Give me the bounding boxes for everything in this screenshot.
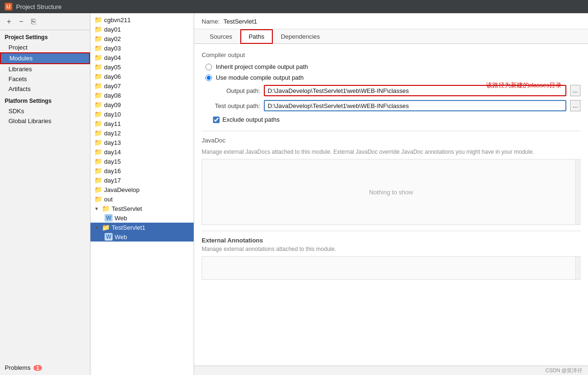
exclude-row: Exclude output paths [213, 116, 580, 123]
tree-item-day05[interactable]: 📁day05 [90, 62, 194, 72]
folder-icon: 📁 [94, 101, 102, 108]
tree-item-day01[interactable]: 📁day01 [90, 25, 194, 34]
window-title: Project Structure [16, 3, 62, 10]
remove-button[interactable]: − [16, 17, 26, 27]
app-icon: IJ [5, 3, 12, 10]
tree-item-testservlet[interactable]: ▼📁TestServlet [90, 204, 194, 213]
add-button[interactable]: + [4, 17, 14, 27]
output-path-browse-btn[interactable]: … [570, 85, 580, 96]
sidebar: + − ⎘ Project Settings Project Modules L… [0, 13, 90, 375]
sidebar-item-global-libraries[interactable]: Global Libraries [0, 116, 90, 126]
folder-icon: 📁 [102, 224, 110, 231]
platform-settings-label: Platform Settings [0, 94, 90, 106]
folder-icon: 📁 [94, 176, 102, 184]
sidebar-item-project[interactable]: Project [0, 42, 90, 52]
web-icon: W [105, 214, 113, 222]
expand-arrow: ▼ [94, 206, 100, 211]
sidebar-item-libraries[interactable]: Libraries [0, 64, 90, 74]
compiler-output-title: Compiler output [202, 51, 580, 58]
compiler-output-section: Compiler output Inherit project compile … [202, 51, 580, 123]
tree-item-day15[interactable]: 📁day15 [90, 157, 194, 166]
tree-item-testservlet1-web[interactable]: WWeb [90, 232, 194, 242]
javadoc-empty-text: Nothing to show [369, 189, 413, 196]
tree-item-day14[interactable]: 📁day14 [90, 147, 194, 157]
tree-item-day04[interactable]: 📁day04 [90, 53, 194, 62]
content-area: Compiler output Inherit project compile … [194, 44, 588, 366]
folder-icon: 📁 [94, 186, 102, 193]
tree-item-testservlet1[interactable]: ▼📁TestServlet1 [90, 223, 194, 232]
tree-item-day09[interactable]: 📁day09 [90, 100, 194, 109]
tabs-bar: Sources Paths Dependencies [194, 29, 588, 44]
folder-icon: 📁 [94, 158, 102, 165]
folder-icon: 📁 [94, 195, 102, 203]
annotations-scrollbar[interactable] [575, 257, 580, 279]
tab-dependencies[interactable]: Dependencies [273, 30, 328, 43]
folder-icon: 📁 [94, 35, 102, 42]
name-label: Name: [202, 18, 220, 25]
exclude-label: Exclude output paths [222, 116, 279, 123]
folder-icon: 📁 [94, 16, 102, 24]
use-module-option-row: Use module compile output path [205, 74, 580, 81]
problems-section[interactable]: Problems 1 [0, 360, 90, 375]
folder-icon: 📁 [94, 44, 102, 52]
sidebar-toolbar: + − ⎘ [0, 13, 90, 30]
radio-group: Inherit project compile output path Use … [205, 63, 580, 81]
main-content: Name: TestServlet1 Sources Paths Depende… [194, 13, 588, 375]
output-path-label: Output path: [213, 87, 260, 94]
tree-item-day10[interactable]: 📁day10 [90, 109, 194, 119]
sidebar-item-modules[interactable]: Modules [0, 52, 90, 64]
test-output-path-row: Test output path: … [213, 100, 580, 111]
name-value: TestServlet1 [223, 18, 257, 25]
tree-item-day08[interactable]: 📁day08 [90, 91, 194, 100]
external-annotations-desc: Manage external annotations attached to … [202, 246, 580, 252]
sidebar-item-artifacts[interactable]: Artifacts [0, 84, 90, 94]
main-container: + − ⎘ Project Settings Project Modules L… [0, 13, 588, 375]
tree-item-day12[interactable]: 📁day12 [90, 128, 194, 138]
tab-paths[interactable]: Paths [240, 29, 273, 44]
folder-icon: 📁 [94, 73, 102, 80]
javadoc-scrollbar[interactable] [575, 159, 580, 225]
external-annotations-title: External Annotations [202, 237, 580, 244]
tree-item-day13[interactable]: 📁day13 [90, 138, 194, 147]
project-settings-label: Project Settings [0, 30, 90, 42]
sidebar-item-facets[interactable]: Facets [0, 74, 90, 84]
expand-arrow: ▼ [94, 225, 100, 230]
folder-icon: 📁 [94, 54, 102, 61]
folder-icon: 📁 [94, 139, 102, 146]
tree-item-day16[interactable]: 📁day16 [90, 166, 194, 175]
sidebar-item-sdks[interactable]: SDKs [0, 106, 90, 116]
javadoc-description: Manage external JavaDocs attached to thi… [202, 149, 580, 155]
tab-sources[interactable]: Sources [202, 30, 240, 43]
folder-icon: 📁 [94, 82, 102, 90]
tree-item-out[interactable]: 📁out [90, 194, 194, 204]
use-module-radio[interactable] [205, 75, 212, 81]
javadoc-section: JavaDoc Manage external JavaDocs attache… [202, 137, 580, 225]
tree-item-day02[interactable]: 📁day02 [90, 34, 194, 43]
tree-item-testservlet-web[interactable]: WWeb [90, 213, 194, 223]
use-module-label: Use module compile output path [216, 74, 303, 81]
tree-item-day07[interactable]: 📁day07 [90, 81, 194, 91]
folder-icon: 📁 [94, 110, 102, 118]
tree-item-day17[interactable]: 📁day17 [90, 175, 194, 185]
folder-icon: 📁 [94, 92, 102, 99]
tree-item-cgbvn211[interactable]: 📁cgbvn211 [90, 15, 194, 25]
copy-button[interactable]: ⎘ [28, 17, 39, 27]
name-row: Name: TestServlet1 [194, 13, 588, 29]
inherit-radio[interactable] [205, 64, 212, 70]
tree-item-day06[interactable]: 📁day06 [90, 72, 194, 81]
title-bar: IJ Project Structure [0, 0, 588, 13]
output-path-annotation: 该路径为新建的classes目录 [486, 82, 562, 89]
test-output-path-input[interactable] [264, 100, 566, 111]
folder-icon: 📁 [102, 205, 110, 212]
test-output-path-browse-btn[interactable]: … [570, 100, 580, 111]
inherit-option-row: Inherit project compile output path [205, 63, 580, 70]
javadoc-title: JavaDoc [202, 137, 580, 144]
tree-item-day03[interactable]: 📁day03 [90, 43, 194, 53]
tree-item-day11[interactable]: 📁day11 [90, 119, 194, 128]
tree-item-javadevelop[interactable]: 📁JavaDevelop [90, 185, 194, 194]
folder-icon: 📁 [94, 120, 102, 127]
test-output-path-label: Test output path: [213, 102, 260, 109]
divider [202, 131, 580, 131]
tree-panel[interactable]: 📁cgbvn211 📁day01 📁day02 📁day03 📁day04 📁d… [90, 13, 194, 375]
exclude-checkbox[interactable] [213, 117, 220, 123]
